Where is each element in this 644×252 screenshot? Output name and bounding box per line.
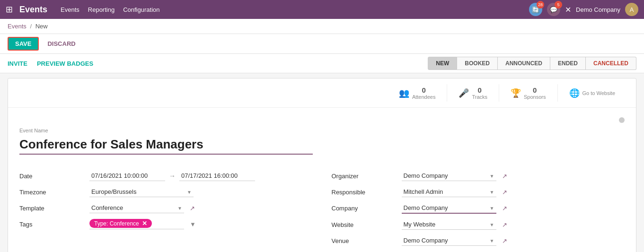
sponsors-icon: 🏆: [511, 88, 521, 98]
template-label: Template: [19, 205, 86, 212]
message-badge[interactable]: 💬 5: [547, 3, 560, 16]
responsible-field-row: Responsible Mitchell Admin ▼ ↗: [332, 187, 625, 197]
tag-conference: Type: Conference ✕: [89, 219, 152, 228]
company-select[interactable]: Demo Company: [402, 203, 496, 214]
venue-select-wrapper: Demo Company ▼: [402, 235, 496, 246]
stats-bar: 👥 0 Attendees 🎤 0 Tracks 🏆 0 Sponsors 🌐 …: [8, 78, 636, 108]
organizer-select-wrapper: Demo Company ▼: [402, 171, 496, 181]
event-name-label: Event Name: [19, 128, 625, 133]
top-menu: Events Reporting Configuration: [61, 6, 525, 13]
company-label: Company: [332, 205, 398, 212]
organizer-label: Organizer: [332, 173, 398, 180]
menu-configuration[interactable]: Configuration: [123, 6, 159, 13]
status-bar: INVITE PREVIEW BADGES NEW BOOKED ANNOUNC…: [0, 54, 644, 73]
menu-reporting[interactable]: Reporting: [88, 6, 115, 13]
timezone-select[interactable]: Europe/Brussels: [89, 187, 194, 197]
timezone-field-row: Timezone Europe/Brussels ▼: [19, 187, 313, 197]
event-name-input[interactable]: [19, 135, 313, 155]
responsible-select-wrapper: Mitchell Admin ▼: [402, 187, 496, 197]
template-select[interactable]: Conference: [89, 203, 184, 213]
close-icon[interactable]: ✕: [565, 5, 571, 14]
stage-pipeline: NEW BOOKED ANNOUNCED ENDED CANCELLED: [428, 57, 636, 70]
invite-link[interactable]: INVITE: [8, 60, 27, 67]
status-dot: [619, 117, 625, 123]
website-label: Website: [332, 221, 398, 228]
stage-booked[interactable]: BOOKED: [457, 57, 498, 70]
attendees-count: 0: [422, 86, 425, 94]
venue-field-row: Venue Demo Company ▼ ↗: [332, 235, 625, 246]
template-select-wrapper: Conference ▼: [89, 203, 184, 213]
save-button[interactable]: SAVE: [8, 37, 39, 51]
topnav-right: 🔄 28 💬 5 ✕ Demo Company A: [529, 3, 638, 16]
template-field-row: Template Conference ▼ ↗: [19, 203, 313, 213]
website-icon: 🌐: [569, 88, 580, 98]
date-field-row: Date →: [19, 171, 313, 181]
breadcrumb: Events / New: [0, 19, 644, 34]
form-columns: Date → Timezone Europe/Brussels ▼: [19, 171, 625, 252]
website-label: Go to Website: [582, 90, 616, 96]
responsible-external-link-icon[interactable]: ↗: [502, 189, 507, 196]
stage-ended[interactable]: ENDED: [550, 57, 586, 70]
date-range: →: [89, 171, 255, 181]
date-end-input[interactable]: [179, 171, 255, 181]
action-bar: SAVE DISCARD: [0, 34, 644, 54]
stage-cancelled[interactable]: CANCELLED: [586, 57, 636, 70]
tag-remove-icon[interactable]: ✕: [142, 220, 147, 227]
tags-input[interactable]: Type: Conference ✕: [89, 219, 184, 229]
form-area: Event Name Date → Timezone: [8, 108, 636, 252]
tags-label: Tags: [19, 221, 86, 228]
activity-count: 28: [537, 1, 544, 9]
stat-sponsors[interactable]: 🏆 0 Sponsors: [499, 84, 557, 102]
venue-label: Venue: [332, 237, 398, 244]
company-external-link-icon[interactable]: ↗: [502, 205, 507, 212]
tags-chevron-icon: ▼: [190, 221, 196, 228]
attendees-label: Attendees: [412, 94, 436, 100]
stage-new[interactable]: NEW: [428, 57, 457, 70]
preview-badges-link[interactable]: PREVIEW BADGES: [37, 60, 93, 67]
tracks-icon: 🎤: [459, 88, 469, 98]
sponsors-count: 0: [533, 86, 537, 94]
website-select[interactable]: My Website: [402, 219, 496, 230]
top-navigation: ⊞ Events Events Reporting Configuration …: [0, 0, 644, 19]
date-arrow-icon: →: [169, 172, 176, 180]
tracks-count: 0: [478, 86, 482, 94]
stat-website[interactable]: 🌐 Go to Website: [558, 84, 627, 102]
venue-external-link-icon[interactable]: ↗: [502, 237, 507, 244]
tags-field-row: Tags Type: Conference ✕ ▼: [19, 219, 313, 229]
breadcrumb-current: New: [35, 23, 48, 30]
organizer-field-row: Organizer Demo Company ▼ ↗: [332, 171, 625, 181]
venue-select[interactable]: Demo Company: [402, 235, 496, 246]
stat-attendees[interactable]: 👥 0 Attendees: [388, 84, 448, 102]
website-external-link-icon[interactable]: ↗: [502, 221, 507, 228]
responsible-label: Responsible: [332, 189, 398, 196]
sponsors-label: Sponsors: [524, 94, 546, 100]
responsible-select[interactable]: Mitchell Admin: [402, 187, 496, 197]
attendees-icon: 👥: [399, 88, 409, 98]
organizer-select[interactable]: Demo Company: [402, 171, 496, 181]
company-select-wrapper: Demo Company ▼: [402, 203, 496, 214]
stage-announced[interactable]: ANNOUNCED: [498, 57, 550, 70]
menu-events[interactable]: Events: [61, 6, 79, 13]
timezone-select-wrapper: Europe/Brussels ▼: [89, 187, 194, 197]
timezone-label: Timezone: [19, 189, 86, 196]
tag-label: Type: Conference: [94, 220, 139, 227]
user-avatar[interactable]: A: [625, 3, 638, 16]
form-right-col: Organizer Demo Company ▼ ↗ Responsible M: [332, 171, 625, 252]
template-external-link-icon[interactable]: ↗: [190, 205, 195, 212]
message-count: 5: [555, 1, 562, 9]
website-select-wrapper: My Website ▼: [402, 219, 496, 230]
app-title: Events: [19, 5, 47, 15]
date-label: Date: [19, 173, 86, 180]
website-field-row: Website My Website ▼ ↗: [332, 219, 625, 230]
grid-icon[interactable]: ⊞: [6, 4, 13, 15]
discard-button[interactable]: DISCARD: [44, 38, 79, 50]
form-left-col: Date → Timezone Europe/Brussels ▼: [19, 171, 313, 252]
company-name: Demo Company: [576, 6, 620, 13]
organizer-external-link-icon[interactable]: ↗: [502, 173, 507, 180]
stat-tracks[interactable]: 🎤 0 Tracks: [447, 84, 499, 102]
breadcrumb-parent[interactable]: Events: [8, 23, 26, 30]
activity-badge[interactable]: 🔄 28: [529, 3, 542, 16]
company-field-row: Company Demo Company ▼ ↗: [332, 203, 625, 214]
date-start-input[interactable]: [89, 171, 165, 181]
main-form: 👥 0 Attendees 🎤 0 Tracks 🏆 0 Sponsors 🌐 …: [8, 78, 636, 252]
